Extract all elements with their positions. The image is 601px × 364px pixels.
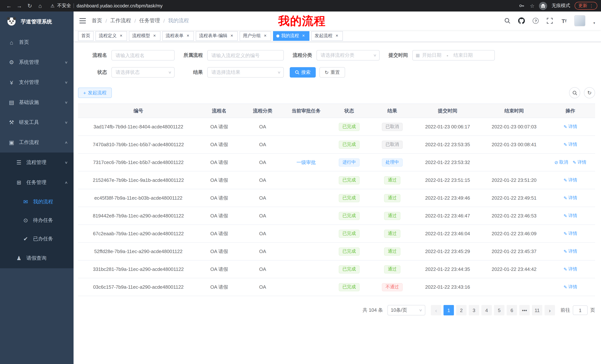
cell-status: 已完成 [327, 260, 372, 278]
tab[interactable]: 用户分组 × [240, 31, 271, 41]
cancel-link[interactable]: ⊘ 取消 [554, 159, 568, 165]
page-number-button[interactable]: 6 [507, 305, 517, 315]
breadcrumb-item[interactable]: 首页 [92, 18, 102, 24]
process-definition-input[interactable] [207, 50, 284, 60]
page-number-button[interactable]: 4 [481, 305, 492, 315]
page-number-button[interactable]: 1 [443, 305, 454, 315]
tab[interactable]: 发起流程 × [311, 31, 343, 41]
breadcrumb-item[interactable]: 我的流程 [168, 18, 189, 24]
app-logo[interactable]: 芋道管理系统 [0, 11, 74, 32]
page-number-button[interactable]: 2 [456, 305, 467, 315]
sidebar-item[interactable]: ¥ 支付管理 ∨ [0, 72, 74, 92]
sidebar-item[interactable]: ⊞ 任务管理 ∧ [0, 172, 74, 192]
avatar-caret-icon[interactable]: ▾ [593, 21, 595, 25]
bookmark-star-icon[interactable]: ☆ [530, 3, 534, 9]
page-size-select[interactable]: 10条/页 ∨ [387, 305, 425, 315]
sidebar-item[interactable]: ☰ 流程管理 ∨ [0, 153, 74, 172]
key-icon[interactable] [518, 2, 525, 10]
forward-icon[interactable]: → [14, 3, 25, 9]
url-text[interactable]: dashboard.yudao.iocoder.cn/bpm/task/my [77, 3, 163, 8]
submit-time-range-picker[interactable]: ▦ 开始日期 - 结束日期 [412, 50, 495, 60]
table-header: 编号 流程名 流程分类 当前审批任务 状态 结果 提交时间 [78, 104, 595, 118]
tab[interactable]: 我的流程 × [273, 31, 310, 41]
tab[interactable]: 流程模型 × [129, 31, 160, 41]
cell-operations: ✎ 详情 [546, 136, 595, 153]
close-icon[interactable]: × [119, 33, 124, 38]
sidebar-item[interactable]: ✔ 已办任务 [0, 230, 74, 248]
detail-link[interactable]: ✎ 详情 [563, 230, 577, 237]
detail-link[interactable]: ✎ 详情 [563, 248, 577, 255]
collapse-menu-icon[interactable] [80, 18, 86, 23]
detail-link[interactable]: ✎ 详情 [563, 195, 577, 201]
breadcrumb-item[interactable]: 任务管理 [139, 18, 160, 24]
close-icon[interactable]: × [263, 33, 268, 38]
sidebar-item[interactable]: ⌂ 首页 [0, 32, 74, 52]
process-category-select[interactable]: 请选择流程分类 ∨ [316, 50, 380, 60]
fullscreen-icon[interactable] [546, 17, 554, 25]
sidebar-item[interactable]: ♟ 请假查询 [0, 248, 74, 268]
result-select[interactable]: 请选择流结果 ∨ [207, 67, 284, 77]
user-avatar[interactable] [574, 15, 586, 26]
address-bar[interactable]: ⚠ 不安全 dashboard.yudao.iocoder.cn/bpm/tas… [50, 3, 513, 9]
security-label[interactable]: 不安全 [57, 3, 71, 9]
goto-page-input[interactable] [573, 305, 588, 315]
back-icon[interactable]: ← [4, 3, 14, 9]
cell-result: 已取消 [372, 136, 413, 153]
search-button[interactable]: 搜索 [290, 67, 316, 77]
cell-current-task [286, 118, 327, 135]
close-icon[interactable]: × [185, 33, 190, 38]
search-icon[interactable] [504, 17, 511, 25]
cell-process-name: OA 请假 [199, 136, 240, 153]
close-icon[interactable]: × [301, 33, 306, 38]
font-size-icon[interactable]: TT [560, 17, 568, 25]
detail-link[interactable]: ✎ 详情 [573, 159, 586, 165]
browser-menu-dots-icon[interactable]: ⋮ [589, 3, 594, 8]
sidebar-item[interactable]: ▤ 基础设施 ∨ [0, 92, 74, 112]
sidebar-item[interactable]: ⚒ 研发工具 ∨ [0, 112, 74, 133]
page-number-button[interactable]: 11 [532, 305, 542, 315]
help-icon[interactable]: ? [532, 17, 540, 25]
update-button[interactable]: 更新 ⋮ [575, 2, 597, 10]
prev-page-button[interactable]: ‹ [431, 305, 441, 315]
table-column-header: 操作 [546, 104, 595, 118]
tab[interactable]: 流程定义 × [95, 31, 127, 41]
current-task-link[interactable]: 一级审批 [296, 159, 316, 166]
close-icon[interactable]: × [334, 33, 340, 38]
cell-operations: ✎ 详情 [546, 172, 595, 189]
result-badge: 通过 [384, 176, 401, 184]
browser-home-icon[interactable]: ⌂ [35, 3, 45, 9]
next-page-button[interactable]: › [545, 305, 555, 315]
detail-link[interactable]: ✎ 详情 [563, 177, 577, 183]
page-number-button[interactable]: ••• [519, 305, 530, 315]
breadcrumb-item[interactable]: 工作流程 [110, 18, 131, 24]
page-number-button[interactable]: 3 [469, 305, 479, 315]
status-select[interactable]: 请选择状态 ∨ [111, 67, 175, 77]
close-icon[interactable]: × [152, 33, 157, 38]
detail-link[interactable]: ✎ 详情 [563, 284, 577, 290]
cell-operations: ✎ 详情 [546, 243, 595, 260]
refresh-table-icon-button[interactable]: ↻ [584, 87, 595, 98]
page-number-button[interactable]: 5 [494, 305, 504, 315]
tab[interactable]: 流程表单 × [162, 31, 194, 41]
sidebar-item[interactable]: ⚙ 系统管理 ∨ [0, 52, 74, 72]
tab[interactable]: 流程表单-编辑 × [196, 31, 238, 41]
reload-icon[interactable]: ↻ [25, 2, 35, 9]
result-badge: 通过 [384, 265, 401, 273]
sidebar-item-label: 待办任务 [33, 217, 53, 224]
toggle-search-icon-button[interactable] [569, 87, 580, 98]
table-row: 2152467e-7b9b-11ec-9a1b-acde48001122 OA … [78, 172, 595, 189]
detail-link[interactable]: ✎ 详情 [563, 124, 577, 130]
process-name-input[interactable] [111, 50, 175, 60]
tab[interactable]: 首页 [78, 31, 94, 41]
sidebar-item[interactable]: ▣ 工作流程 ∧ [0, 133, 74, 153]
detail-link[interactable]: ✎ 详情 [563, 266, 577, 272]
create-process-button[interactable]: + 发起流程 [78, 87, 112, 98]
sidebar-item[interactable]: ✉ 我的流程 [0, 192, 74, 211]
close-icon[interactable]: × [229, 33, 234, 38]
github-icon[interactable] [518, 17, 525, 25]
reset-button[interactable]: ↻ 重置 [320, 67, 345, 77]
detail-link[interactable]: ✎ 详情 [563, 141, 577, 148]
cell-process-name: OA 请假 [199, 243, 240, 260]
sidebar-item[interactable]: ⊙ 待办任务 [0, 211, 74, 230]
detail-link[interactable]: ✎ 详情 [563, 213, 577, 219]
